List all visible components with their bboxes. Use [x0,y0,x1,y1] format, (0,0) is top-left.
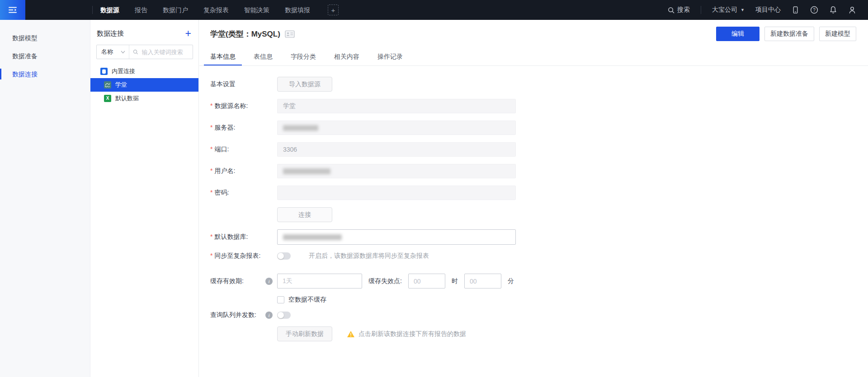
sidebar-item-data-prep[interactable]: 数据准备 [0,47,90,65]
username-label: 用户名: [214,167,235,174]
company-name: 大宝公司 [712,6,737,14]
search-icon [133,49,138,55]
sync-toggle[interactable] [277,252,291,260]
cache-expire-label: 缓存失效点: [368,277,402,285]
detail-tabs: 基本信息 表信息 字段分类 相关内容 操作记录 [199,48,868,66]
keyword-search-wrap [129,48,193,56]
menu-toggle-button[interactable] [0,0,25,20]
required-asterisk: * [210,233,212,240]
refresh-warning-text: 点击刷新该数据连接下所有报告的数据 [359,330,466,338]
redacted-value [283,125,318,131]
default-db-input[interactable] [277,229,516,245]
password-label: 密码: [214,189,229,196]
info-icon[interactable] [265,312,273,319]
chevron-down-icon [121,51,125,54]
filter-field-label: 名称 [101,48,113,56]
import-datasource-button[interactable]: 导入数据源 [277,77,332,92]
connection-item-label: 默认数据 [115,94,139,102]
mobile-app-button[interactable] [792,6,799,14]
help-button[interactable]: ? [810,6,818,14]
queue-toggle[interactable] [277,312,291,319]
port-input[interactable]: 3306 [277,142,516,157]
username-input[interactable] [277,164,516,178]
sidebar-item-data-connection[interactable]: 数据连接 [0,65,90,83]
add-connection-button[interactable] [185,29,191,38]
company-switcher[interactable]: 大宝公司 ▼ [712,6,745,14]
topnav-item-complex-report[interactable]: 复杂报表 [196,0,236,20]
tab-basic-info[interactable]: 基本信息 [210,48,236,65]
hour-unit-label: 时 [452,277,458,285]
form-row-no-cache: 空数据不缓存 [210,296,857,304]
keyword-search-input[interactable] [141,48,189,56]
server-input[interactable] [277,121,516,135]
form-row-default-db: *默认数据库: [210,229,857,245]
menu-unfold-icon [7,5,18,15]
cache-duration-input[interactable] [277,274,362,289]
redacted-value [283,168,330,174]
required-asterisk: * [210,102,212,109]
topnav-item-portal[interactable]: 数据门户 [155,0,196,20]
search-label: 搜索 [677,6,690,14]
form-row-refresh: 手动刷新数据 点击刷新该数据连接下所有报告的数据 [210,326,857,341]
sidebar-item-data-model[interactable]: 数据模型 [0,29,90,47]
form-row-sync: *同步至复杂报表: 开启后，该数据源数据库将同步至复杂报表 [210,252,857,260]
connection-item-label: 学堂 [115,81,127,89]
connection-form: 基本设置 导入数据源 *数据源名称: 学堂 *服务器: *端口: 3306 [199,66,868,341]
cache-label: 缓存有效期: [210,277,244,284]
queue-label: 查询队列并发数: [210,311,256,318]
new-model-button[interactable]: 新建模型 [819,27,856,41]
help-icon: ? [810,6,818,14]
refresh-warning-group: 点击刷新该数据连接下所有报告的数据 [347,330,466,338]
password-input[interactable] [277,186,516,200]
required-asterisk: * [210,124,212,131]
topnav-item-datasource[interactable]: 数据源 [93,0,127,20]
user-icon [848,6,856,14]
info-icon[interactable] [265,278,273,285]
filter-field-select[interactable]: 名称 [97,45,129,59]
edit-button[interactable]: 编辑 [716,27,760,41]
sync-hint-text: 开启后，该数据源数据库将同步至复杂报表 [309,252,429,260]
expire-minute-input[interactable] [464,274,501,289]
topbar-menu: 数据源 报告 数据门户 复杂报表 智能决策 数据填报 [93,0,339,20]
required-asterisk: * [210,189,212,196]
topnav-item-smart-decision[interactable]: 智能决策 [236,0,277,20]
connection-item-builtin[interactable]: 内置连接 [90,65,198,78]
form-row-basic-setting: 基本设置 导入数据源 [210,77,857,92]
search-icon [668,7,675,14]
required-asterisk: * [210,252,212,259]
main-header: 学堂(类型：MySQL) 编辑 新建数据准备 新建模型 [199,20,868,48]
topbar-right-group: 搜索 大宝公司 ▼ 项目中心 ? [668,6,868,14]
notifications-button[interactable] [829,6,837,14]
connection-item-default-data[interactable]: X 默认数据 [90,92,198,105]
no-cache-checkbox[interactable] [277,296,284,303]
project-center-link[interactable]: 项目中心 [755,6,781,14]
form-row-datasource-name: *数据源名称: 学堂 [210,99,857,113]
global-search-button[interactable]: 搜索 [668,6,690,14]
tab-field-category[interactable]: 字段分类 [291,48,316,65]
main-content: 学堂(类型：MySQL) 编辑 新建数据准备 新建模型 基本信息 表信息 字段分… [199,20,868,377]
tab-related-content[interactable]: 相关内容 [334,48,359,65]
connection-item-label: 内置连接 [112,67,135,75]
add-module-button[interactable] [328,5,339,15]
basic-setting-label: 基本设置 [210,80,265,88]
connection-info-card-icon[interactable] [285,30,295,38]
topnav-item-data-filling[interactable]: 数据填报 [277,0,318,20]
topnav-item-report[interactable]: 报告 [127,0,155,20]
excel-icon: X [104,95,111,102]
form-row-port: *端口: 3306 [210,142,857,157]
connect-button[interactable]: 连接 [277,207,332,222]
server-label: 服务器: [214,124,235,131]
tab-operation-log[interactable]: 操作记录 [377,48,403,65]
user-account-button[interactable] [848,6,856,14]
connection-item-xuetang[interactable]: MySQL 学堂 [90,78,198,92]
tab-table-info[interactable]: 表信息 [254,48,273,65]
database-icon [100,68,108,75]
manual-refresh-button[interactable]: 手动刷新数据 [277,326,332,341]
topbar-right-divider [701,6,701,14]
chevron-down-icon: ▼ [741,8,745,12]
form-row-server: *服务器: [210,121,857,135]
datasource-name-input[interactable]: 学堂 [277,99,516,113]
bell-icon [829,6,837,14]
new-data-prep-button[interactable]: 新建数据准备 [764,27,814,41]
expire-hour-input[interactable] [408,274,445,289]
